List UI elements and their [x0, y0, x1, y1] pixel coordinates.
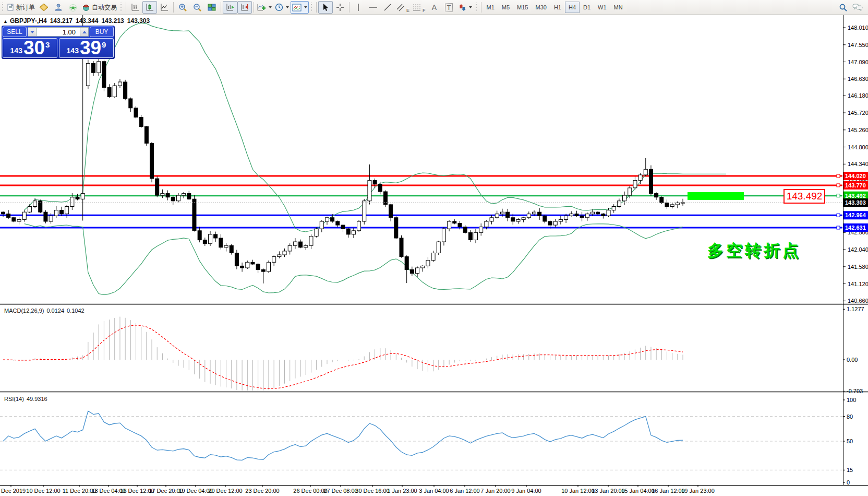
- symbol-ohlc-line: ▲GBPJPY-,H4143.217143.344143.213143.303: [3, 17, 153, 25]
- equidistant-channel-icon: [396, 3, 405, 11]
- templates-icon: [292, 4, 302, 11]
- svg-text:7 Jan 20:00: 7 Jan 20:00: [480, 488, 511, 494]
- lot-increase-button[interactable]: [80, 27, 89, 37]
- horizontal-level-lines[interactable]: [0, 176, 843, 228]
- chat-button[interactable]: [850, 1, 865, 14]
- periods-button[interactable]: [273, 1, 291, 14]
- timeframe-button-D1[interactable]: D1: [580, 2, 594, 13]
- price-annotation-box[interactable]: 143.492: [783, 189, 825, 204]
- svg-text:142.631: 142.631: [845, 225, 866, 231]
- autotrading-label: 自动交易: [92, 3, 117, 12]
- timeframe-button-H4[interactable]: H4: [565, 2, 580, 13]
- svg-text:140.660: 140.660: [848, 298, 868, 304]
- toolbar-grip[interactable]: [475, 3, 478, 12]
- arrows-button[interactable]: [456, 1, 474, 14]
- time-axis[interactable]: 9 Dec 201910 Dec 12:0011 Dec 20:0013 Dec…: [0, 485, 715, 494]
- sell-price-button[interactable]: 143303: [3, 38, 57, 58]
- profile-button[interactable]: [51, 1, 66, 14]
- svg-text:50: 50: [847, 438, 853, 444]
- svg-text:20 Dec 12:00: 20 Dec 12:00: [208, 488, 242, 494]
- templates-dropdown-arrow[interactable]: [304, 6, 307, 8]
- zoom-out-button[interactable]: [190, 1, 204, 14]
- cursor-icon: [322, 3, 329, 11]
- timeframe-button-M15[interactable]: M15: [513, 2, 532, 13]
- new-order-button[interactable]: 新订单: [6, 1, 37, 14]
- zoom-in-button[interactable]: [175, 1, 190, 14]
- arrows-dropdown-arrow[interactable]: [469, 6, 472, 8]
- autotrading-icon: [82, 3, 90, 11]
- chart-shift-button[interactable]: [237, 1, 252, 14]
- signals-button[interactable]: [66, 1, 80, 14]
- timeframe-button-MN[interactable]: MN: [610, 2, 626, 13]
- templates-button[interactable]: [291, 1, 309, 14]
- search-button[interactable]: [836, 1, 850, 14]
- vertical-line-button[interactable]: [351, 1, 366, 14]
- buy-price-big: 39: [80, 39, 101, 57]
- toolbar-separator: [126, 2, 126, 13]
- buy-price-button[interactable]: 143399: [59, 38, 114, 58]
- lot-size-field[interactable]: 1.00: [37, 27, 80, 37]
- candlestick-chart-button[interactable]: [142, 1, 157, 14]
- buy-button[interactable]: BUY: [90, 27, 114, 37]
- timeframe-button-M5[interactable]: M5: [498, 2, 513, 13]
- toolbar-grip[interactable]: [120, 3, 123, 12]
- highlight-rectangle[interactable]: [688, 192, 744, 200]
- indicators-dropdown-arrow[interactable]: [269, 6, 272, 8]
- svg-text:17 Dec 20:00: 17 Dec 20:00: [149, 488, 183, 494]
- metaeditor-button[interactable]: [37, 1, 51, 14]
- svg-text:19 Jan 23:00: 19 Jan 23:00: [681, 488, 715, 494]
- text-label-icon: T: [445, 3, 453, 12]
- lot-decrease-button[interactable]: [28, 27, 37, 37]
- svg-text:3 Jan 04:00: 3 Jan 04:00: [419, 488, 449, 494]
- metaeditor-icon: [39, 3, 49, 11]
- macd-signal-line: [3, 325, 683, 389]
- periods-dropdown-arrow[interactable]: [286, 6, 289, 8]
- ohlc-close: 143.303: [127, 17, 150, 25]
- horizontal-line-button[interactable]: [366, 1, 380, 14]
- svg-text:143.770: 143.770: [845, 182, 866, 188]
- toolbar-grip[interactable]: [2, 3, 4, 12]
- crosshair-button[interactable]: [333, 1, 347, 14]
- triangle-up-icon: [82, 31, 87, 33]
- sell-button[interactable]: SELL: [3, 27, 27, 37]
- line-chart-button[interactable]: [157, 1, 172, 14]
- bar-chart-button[interactable]: [128, 1, 142, 14]
- auto-scroll-icon: [226, 3, 235, 11]
- macd-value-signal: 0.1042: [67, 308, 85, 314]
- channel-glyph: E: [406, 8, 409, 13]
- profile-icon: [54, 3, 63, 11]
- indicators-button[interactable]: [256, 1, 273, 14]
- svg-text:6 Jan 12:00: 6 Jan 12:00: [450, 488, 480, 494]
- svg-text:0.00: 0.00: [847, 357, 858, 363]
- macd-name: MACD(12,26,9): [4, 308, 44, 314]
- timeframe-button-W1[interactable]: W1: [594, 2, 610, 13]
- fibonacci-button[interactable]: F: [411, 1, 427, 14]
- toolbar-grip[interactable]: [310, 3, 313, 12]
- svg-text:80: 80: [847, 414, 853, 420]
- cursor-button[interactable]: [318, 1, 333, 14]
- svg-text:141.120: 141.120: [848, 281, 868, 287]
- tile-windows-button[interactable]: [204, 1, 219, 14]
- channel-button[interactable]: E: [395, 1, 411, 14]
- text-label-button[interactable]: T: [442, 1, 456, 14]
- timeframe-button-M30[interactable]: M30: [532, 2, 550, 13]
- new-order-label: 新订单: [16, 3, 35, 12]
- svg-text:10 Dec 12:00: 10 Dec 12:00: [26, 488, 60, 494]
- svg-text:15: 15: [847, 467, 853, 473]
- candlestick-chart-icon: [146, 3, 154, 11]
- text-button[interactable]: A: [427, 1, 442, 14]
- svg-text:141.580: 141.580: [848, 264, 868, 270]
- chinese-annotation[interactable]: 多空转折点: [707, 240, 801, 262]
- timeframe-button-M1[interactable]: M1: [483, 2, 498, 13]
- rsi-line: [3, 411, 683, 460]
- timeframe-button-H1[interactable]: H1: [550, 2, 565, 13]
- sell-price-sup: 3: [45, 39, 50, 49]
- toolbar-separator: [173, 2, 174, 13]
- collapse-panel-arrow[interactable]: ▲: [3, 19, 8, 24]
- trendline-button[interactable]: [380, 1, 395, 14]
- autotrading-button[interactable]: 自动交易: [80, 1, 118, 14]
- sell-price-prefix: 143: [10, 46, 22, 55]
- auto-scroll-button[interactable]: [223, 1, 237, 14]
- svg-text:146.180: 146.180: [848, 92, 868, 99]
- buy-price-prefix: 143: [67, 46, 79, 55]
